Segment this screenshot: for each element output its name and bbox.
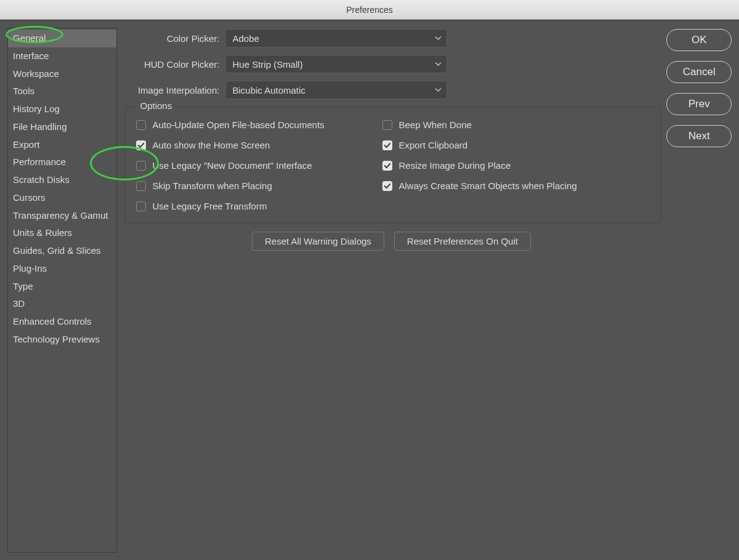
checkbox-legacy-new-document[interactable]: Use Legacy "New Document" Interface — [136, 160, 382, 171]
sidebar-item-performance[interactable]: Performance — [8, 153, 116, 171]
sidebar-item-workspace[interactable]: Workspace — [8, 65, 116, 83]
row-hud-color-picker: HUD Color Picker: Hue Strip (Small) — [121, 55, 661, 73]
sidebar-item-label: Cursors — [13, 192, 46, 203]
button-label: OK — [692, 34, 707, 46]
prev-button[interactable]: Prev — [666, 93, 732, 115]
sidebar-item-label: Plug-Ins — [13, 263, 47, 274]
checkbox-icon — [136, 201, 146, 211]
options-fieldset: Options Auto-Update Open File-based Docu… — [124, 107, 661, 223]
sidebar-item-label: Units & Rulers — [13, 227, 72, 238]
checkbox-resize-image-during-place[interactable]: Resize Image During Place — [382, 160, 650, 171]
chevron-down-icon — [435, 88, 442, 92]
chevron-down-icon — [435, 36, 442, 41]
preferences-window: Preferences General Interface Workspace … — [0, 0, 739, 560]
bottom-button-row: Reset All Warning Dialogs Reset Preferen… — [121, 232, 661, 251]
checkbox-label: Beep When Done — [398, 120, 471, 130]
button-label: Next — [689, 130, 710, 142]
checkbox-icon — [382, 120, 392, 130]
label-image-interpolation: Image Interpolation: — [121, 85, 225, 95]
checkbox-auto-update-documents[interactable]: Auto-Update Open File-based Documents — [136, 120, 382, 130]
preferences-sidebar: General Interface Workspace Tools Histor… — [7, 28, 117, 553]
sidebar-item-label: Technology Previews — [13, 334, 100, 344]
select-hud-color-picker[interactable]: Hue Strip (Small) — [225, 55, 447, 73]
checkbox-icon — [382, 161, 392, 171]
sidebar-item-cursors[interactable]: Cursors — [8, 189, 116, 207]
next-button[interactable]: Next — [666, 125, 732, 147]
titlebar: Preferences — [0, 0, 739, 20]
label-color-picker: Color Picker: — [121, 33, 225, 44]
sidebar-item-file-handling[interactable]: File Handling — [8, 118, 116, 136]
sidebar-item-units-rulers[interactable]: Units & Rulers — [8, 224, 116, 242]
sidebar-item-label: Export — [13, 139, 39, 150]
window-title: Preferences — [346, 5, 392, 15]
checkbox-beep-when-done[interactable]: Beep When Done — [382, 120, 650, 130]
select-value: Hue Strip (Small) — [232, 59, 302, 70]
checkbox-icon — [136, 120, 146, 130]
checkbox-export-clipboard[interactable]: Export Clipboard — [382, 140, 650, 150]
window-body: General Interface Workspace Tools Histor… — [0, 20, 739, 560]
reset-warning-dialogs-button[interactable]: Reset All Warning Dialogs — [252, 232, 384, 251]
row-color-picker: Color Picker: Adobe — [121, 29, 661, 47]
sidebar-item-history-log[interactable]: History Log — [8, 100, 116, 118]
reset-preferences-on-quit-button[interactable]: Reset Preferences On Quit — [394, 232, 531, 251]
sidebar-item-label: History Log — [13, 103, 60, 114]
sidebar-item-label: Workspace — [13, 68, 59, 79]
right-button-column: OK Cancel Prev Next — [666, 20, 739, 560]
checkbox-label: Auto-Update Open File-based Documents — [152, 120, 324, 130]
button-label: Cancel — [683, 66, 716, 78]
checkbox-label: Skip Transform when Placing — [152, 181, 272, 191]
checkbox-skip-transform-placing[interactable]: Skip Transform when Placing — [136, 181, 382, 191]
main-panel: Color Picker: Adobe HUD Color Picker: Hu… — [117, 20, 666, 560]
checkbox-label: Export Clipboard — [398, 140, 467, 150]
chevron-down-icon — [435, 62, 442, 67]
sidebar-item-transparency-gamut[interactable]: Transparency & Gamut — [8, 207, 116, 225]
checkbox-label: Use Legacy Free Transform — [152, 201, 267, 211]
label-hud-color-picker: HUD Color Picker: — [121, 59, 225, 70]
sidebar-item-label: Interface — [13, 51, 49, 61]
sidebar-item-3d[interactable]: 3D — [8, 295, 116, 313]
options-legend: Options — [136, 100, 176, 111]
sidebar-item-label: General — [13, 33, 46, 43]
sidebar-item-scratch-disks[interactable]: Scratch Disks — [8, 171, 116, 189]
row-image-interpolation: Image Interpolation: Bicubic Automatic — [121, 81, 661, 99]
sidebar-item-label: Guides, Grid & Slices — [13, 245, 101, 256]
button-label: Prev — [689, 98, 710, 110]
button-label: Reset Preferences On Quit — [407, 236, 518, 246]
select-image-interpolation[interactable]: Bicubic Automatic — [225, 81, 447, 99]
sidebar-item-label: Scratch Disks — [13, 174, 70, 185]
sidebar-item-plugins[interactable]: Plug-Ins — [8, 260, 116, 278]
checkbox-legacy-free-transform[interactable]: Use Legacy Free Transform — [136, 201, 382, 211]
cancel-button[interactable]: Cancel — [666, 61, 732, 83]
sidebar-item-label: 3D — [13, 298, 25, 309]
checkbox-icon — [382, 140, 392, 150]
button-label: Reset All Warning Dialogs — [265, 236, 371, 246]
sidebar-item-label: Tools — [13, 86, 34, 96]
sidebar-item-technology-previews[interactable]: Technology Previews — [8, 331, 116, 349]
sidebar-item-label: Type — [13, 281, 33, 291]
sidebar-item-interface[interactable]: Interface — [8, 47, 116, 65]
select-color-picker[interactable]: Adobe — [225, 29, 447, 47]
sidebar-item-type[interactable]: Type — [8, 278, 116, 296]
checkbox-icon — [136, 181, 146, 191]
ok-button[interactable]: OK — [666, 29, 732, 51]
sidebar-item-label: Performance — [13, 156, 66, 167]
sidebar-item-label: Enhanced Controls — [13, 316, 92, 327]
checkbox-label: Always Create Smart Objects when Placing — [398, 181, 576, 191]
checkbox-icon — [136, 140, 146, 150]
sidebar-item-tools[interactable]: Tools — [8, 83, 116, 100]
checkbox-label: Auto show the Home Screen — [152, 140, 270, 150]
sidebar-item-label: File Handling — [13, 121, 67, 132]
checkbox-icon — [136, 161, 146, 171]
sidebar-item-guides-grid-slices[interactable]: Guides, Grid & Slices — [8, 242, 116, 260]
select-value: Bicubic Automatic — [232, 85, 305, 95]
checkbox-label: Resize Image During Place — [398, 160, 511, 171]
checkbox-auto-show-home-screen[interactable]: Auto show the Home Screen — [136, 140, 382, 150]
sidebar-item-enhanced-controls[interactable]: Enhanced Controls — [8, 313, 116, 331]
sidebar-item-export[interactable]: Export — [8, 136, 116, 154]
select-value: Adobe — [232, 33, 259, 44]
sidebar-item-label: Transparency & Gamut — [13, 210, 108, 221]
checkbox-icon — [382, 181, 392, 191]
options-grid: Auto-Update Open File-based Documents Be… — [136, 120, 650, 211]
checkbox-always-create-smart-objects[interactable]: Always Create Smart Objects when Placing — [382, 181, 650, 191]
sidebar-item-general[interactable]: General — [8, 30, 116, 47]
